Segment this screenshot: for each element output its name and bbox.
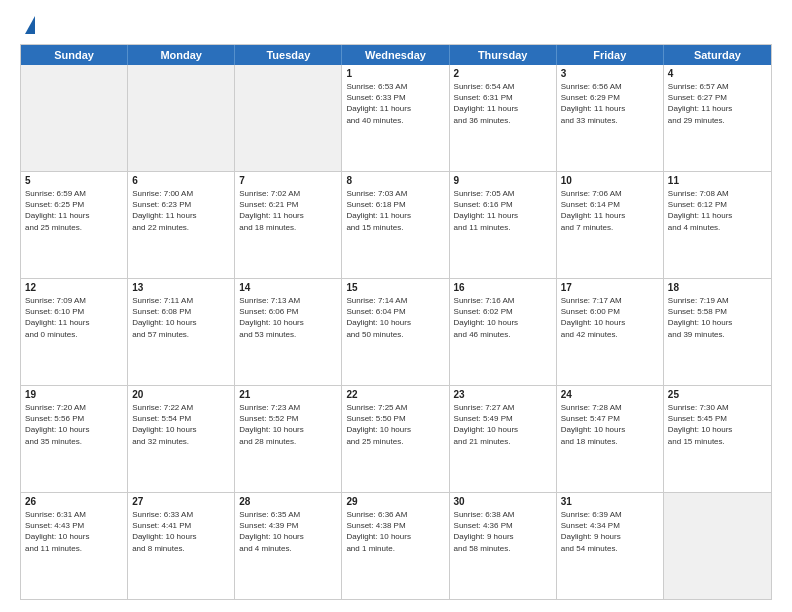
cal-cell: 3Sunrise: 6:56 AM Sunset: 6:29 PM Daylig… xyxy=(557,65,664,171)
day-number: 31 xyxy=(561,496,659,507)
cal-cell: 12Sunrise: 7:09 AM Sunset: 6:10 PM Dayli… xyxy=(21,279,128,385)
day-info: Sunrise: 7:13 AM Sunset: 6:06 PM Dayligh… xyxy=(239,295,337,340)
cal-cell xyxy=(128,65,235,171)
cal-cell: 28Sunrise: 6:35 AM Sunset: 4:39 PM Dayli… xyxy=(235,493,342,599)
cal-cell: 7Sunrise: 7:02 AM Sunset: 6:21 PM Daylig… xyxy=(235,172,342,278)
day-info: Sunrise: 7:25 AM Sunset: 5:50 PM Dayligh… xyxy=(346,402,444,447)
day-info: Sunrise: 6:57 AM Sunset: 6:27 PM Dayligh… xyxy=(668,81,767,126)
page: SundayMondayTuesdayWednesdayThursdayFrid… xyxy=(0,0,792,612)
cal-cell: 25Sunrise: 7:30 AM Sunset: 5:45 PM Dayli… xyxy=(664,386,771,492)
day-info: Sunrise: 7:02 AM Sunset: 6:21 PM Dayligh… xyxy=(239,188,337,233)
day-number: 29 xyxy=(346,496,444,507)
cal-cell: 8Sunrise: 7:03 AM Sunset: 6:18 PM Daylig… xyxy=(342,172,449,278)
day-info: Sunrise: 7:16 AM Sunset: 6:02 PM Dayligh… xyxy=(454,295,552,340)
cal-cell: 11Sunrise: 7:08 AM Sunset: 6:12 PM Dayli… xyxy=(664,172,771,278)
cal-header-sunday: Sunday xyxy=(21,45,128,65)
day-info: Sunrise: 7:14 AM Sunset: 6:04 PM Dayligh… xyxy=(346,295,444,340)
cal-cell xyxy=(21,65,128,171)
day-info: Sunrise: 7:28 AM Sunset: 5:47 PM Dayligh… xyxy=(561,402,659,447)
day-info: Sunrise: 7:03 AM Sunset: 6:18 PM Dayligh… xyxy=(346,188,444,233)
day-number: 30 xyxy=(454,496,552,507)
cal-cell: 17Sunrise: 7:17 AM Sunset: 6:00 PM Dayli… xyxy=(557,279,664,385)
day-number: 8 xyxy=(346,175,444,186)
day-number: 9 xyxy=(454,175,552,186)
cal-cell: 4Sunrise: 6:57 AM Sunset: 6:27 PM Daylig… xyxy=(664,65,771,171)
cal-cell: 23Sunrise: 7:27 AM Sunset: 5:49 PM Dayli… xyxy=(450,386,557,492)
day-number: 7 xyxy=(239,175,337,186)
day-info: Sunrise: 7:11 AM Sunset: 6:08 PM Dayligh… xyxy=(132,295,230,340)
day-info: Sunrise: 6:31 AM Sunset: 4:43 PM Dayligh… xyxy=(25,509,123,554)
day-number: 2 xyxy=(454,68,552,79)
day-number: 15 xyxy=(346,282,444,293)
day-info: Sunrise: 7:20 AM Sunset: 5:56 PM Dayligh… xyxy=(25,402,123,447)
day-number: 23 xyxy=(454,389,552,400)
cal-cell: 5Sunrise: 6:59 AM Sunset: 6:25 PM Daylig… xyxy=(21,172,128,278)
day-info: Sunrise: 7:09 AM Sunset: 6:10 PM Dayligh… xyxy=(25,295,123,340)
cal-cell: 22Sunrise: 7:25 AM Sunset: 5:50 PM Dayli… xyxy=(342,386,449,492)
cal-cell: 20Sunrise: 7:22 AM Sunset: 5:54 PM Dayli… xyxy=(128,386,235,492)
day-info: Sunrise: 7:17 AM Sunset: 6:00 PM Dayligh… xyxy=(561,295,659,340)
day-info: Sunrise: 7:19 AM Sunset: 5:58 PM Dayligh… xyxy=(668,295,767,340)
day-number: 20 xyxy=(132,389,230,400)
cal-cell: 16Sunrise: 7:16 AM Sunset: 6:02 PM Dayli… xyxy=(450,279,557,385)
cal-header-saturday: Saturday xyxy=(664,45,771,65)
day-number: 13 xyxy=(132,282,230,293)
cal-cell: 26Sunrise: 6:31 AM Sunset: 4:43 PM Dayli… xyxy=(21,493,128,599)
cal-header-monday: Monday xyxy=(128,45,235,65)
day-number: 1 xyxy=(346,68,444,79)
logo-triangle-icon xyxy=(25,16,35,34)
day-number: 19 xyxy=(25,389,123,400)
day-number: 3 xyxy=(561,68,659,79)
cal-header-thursday: Thursday xyxy=(450,45,557,65)
day-info: Sunrise: 6:56 AM Sunset: 6:29 PM Dayligh… xyxy=(561,81,659,126)
day-info: Sunrise: 7:08 AM Sunset: 6:12 PM Dayligh… xyxy=(668,188,767,233)
day-number: 14 xyxy=(239,282,337,293)
cal-cell: 27Sunrise: 6:33 AM Sunset: 4:41 PM Dayli… xyxy=(128,493,235,599)
day-info: Sunrise: 6:36 AM Sunset: 4:38 PM Dayligh… xyxy=(346,509,444,554)
day-info: Sunrise: 6:35 AM Sunset: 4:39 PM Dayligh… xyxy=(239,509,337,554)
day-number: 5 xyxy=(25,175,123,186)
day-info: Sunrise: 7:06 AM Sunset: 6:14 PM Dayligh… xyxy=(561,188,659,233)
day-info: Sunrise: 7:22 AM Sunset: 5:54 PM Dayligh… xyxy=(132,402,230,447)
cal-cell: 21Sunrise: 7:23 AM Sunset: 5:52 PM Dayli… xyxy=(235,386,342,492)
day-number: 21 xyxy=(239,389,337,400)
day-number: 16 xyxy=(454,282,552,293)
cal-week-2: 5Sunrise: 6:59 AM Sunset: 6:25 PM Daylig… xyxy=(21,172,771,279)
day-number: 25 xyxy=(668,389,767,400)
day-number: 24 xyxy=(561,389,659,400)
cal-week-3: 12Sunrise: 7:09 AM Sunset: 6:10 PM Dayli… xyxy=(21,279,771,386)
day-info: Sunrise: 7:27 AM Sunset: 5:49 PM Dayligh… xyxy=(454,402,552,447)
cal-week-5: 26Sunrise: 6:31 AM Sunset: 4:43 PM Dayli… xyxy=(21,493,771,599)
cal-header-friday: Friday xyxy=(557,45,664,65)
day-info: Sunrise: 6:33 AM Sunset: 4:41 PM Dayligh… xyxy=(132,509,230,554)
day-number: 11 xyxy=(668,175,767,186)
calendar-body: 1Sunrise: 6:53 AM Sunset: 6:33 PM Daylig… xyxy=(21,65,771,599)
logo-text xyxy=(20,16,35,36)
day-info: Sunrise: 6:38 AM Sunset: 4:36 PM Dayligh… xyxy=(454,509,552,554)
cal-header-wednesday: Wednesday xyxy=(342,45,449,65)
cal-cell xyxy=(664,493,771,599)
cal-header-tuesday: Tuesday xyxy=(235,45,342,65)
cal-cell: 1Sunrise: 6:53 AM Sunset: 6:33 PM Daylig… xyxy=(342,65,449,171)
day-number: 4 xyxy=(668,68,767,79)
day-info: Sunrise: 7:23 AM Sunset: 5:52 PM Dayligh… xyxy=(239,402,337,447)
day-info: Sunrise: 6:59 AM Sunset: 6:25 PM Dayligh… xyxy=(25,188,123,233)
header xyxy=(20,16,772,36)
day-info: Sunrise: 7:05 AM Sunset: 6:16 PM Dayligh… xyxy=(454,188,552,233)
cal-cell: 18Sunrise: 7:19 AM Sunset: 5:58 PM Dayli… xyxy=(664,279,771,385)
cal-cell: 10Sunrise: 7:06 AM Sunset: 6:14 PM Dayli… xyxy=(557,172,664,278)
day-number: 26 xyxy=(25,496,123,507)
cal-cell: 24Sunrise: 7:28 AM Sunset: 5:47 PM Dayli… xyxy=(557,386,664,492)
day-info: Sunrise: 7:30 AM Sunset: 5:45 PM Dayligh… xyxy=(668,402,767,447)
cal-cell: 19Sunrise: 7:20 AM Sunset: 5:56 PM Dayli… xyxy=(21,386,128,492)
day-number: 6 xyxy=(132,175,230,186)
cal-cell: 15Sunrise: 7:14 AM Sunset: 6:04 PM Dayli… xyxy=(342,279,449,385)
calendar: SundayMondayTuesdayWednesdayThursdayFrid… xyxy=(20,44,772,600)
day-number: 17 xyxy=(561,282,659,293)
cal-cell: 13Sunrise: 7:11 AM Sunset: 6:08 PM Dayli… xyxy=(128,279,235,385)
cal-cell xyxy=(235,65,342,171)
calendar-header: SundayMondayTuesdayWednesdayThursdayFrid… xyxy=(21,45,771,65)
cal-cell: 2Sunrise: 6:54 AM Sunset: 6:31 PM Daylig… xyxy=(450,65,557,171)
day-info: Sunrise: 6:53 AM Sunset: 6:33 PM Dayligh… xyxy=(346,81,444,126)
day-info: Sunrise: 7:00 AM Sunset: 6:23 PM Dayligh… xyxy=(132,188,230,233)
